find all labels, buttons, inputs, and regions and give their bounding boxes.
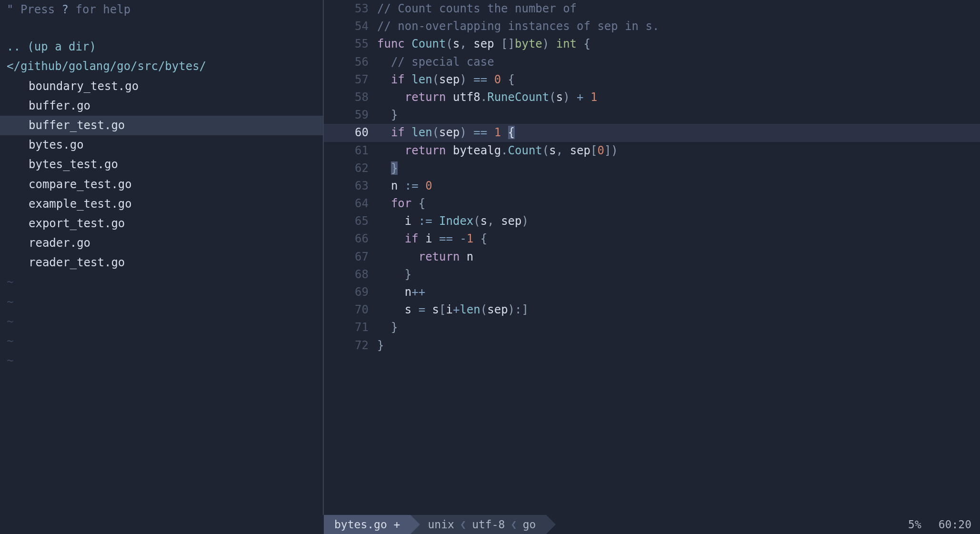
code-content[interactable]: } xyxy=(377,160,980,177)
code-content[interactable]: s = s[i+len(sep):] xyxy=(377,301,980,319)
status-position: 5% 60:20 xyxy=(900,515,980,534)
line-number: 64 xyxy=(324,195,377,212)
code-content[interactable]: i := Index(s, sep) xyxy=(377,212,980,230)
code-line[interactable]: 67 return n xyxy=(324,248,980,266)
line-number: 65 xyxy=(324,212,377,230)
line-number: 58 xyxy=(324,89,377,106)
code-area[interactable]: 53// Count counts the number of54// non-… xyxy=(324,0,980,515)
empty-line-tilde: ~ xyxy=(0,351,323,371)
empty-line-tilde: ~ xyxy=(0,312,323,332)
empty-line-tilde: ~ xyxy=(0,332,323,351)
code-content[interactable]: func Count(s, sep []byte) int { xyxy=(377,35,980,53)
file-tree-sidebar: " Press ? for help .. (up a dir) </githu… xyxy=(0,0,324,515)
code-content[interactable]: // Count counts the number of xyxy=(377,0,980,18)
code-line[interactable]: 64 for { xyxy=(324,195,980,212)
code-content[interactable]: } xyxy=(377,337,980,354)
file-item[interactable]: export_test.go xyxy=(0,214,323,233)
status-filename: bytes.go + xyxy=(324,515,410,534)
code-line[interactable]: 53// Count counts the number of xyxy=(324,0,980,18)
help-key: ? xyxy=(62,3,69,16)
code-line[interactable]: 59 } xyxy=(324,106,980,124)
empty-line-tilde: ~ xyxy=(0,292,323,312)
line-number: 55 xyxy=(324,35,377,53)
code-line[interactable]: 58 return utf8.RuneCount(s) + 1 xyxy=(324,89,980,106)
file-item[interactable]: buffer.go xyxy=(0,96,323,116)
status-encoding: utf-8 xyxy=(472,515,505,534)
code-content[interactable]: n++ xyxy=(377,283,980,301)
line-number: 56 xyxy=(324,53,377,71)
file-item[interactable]: boundary_test.go xyxy=(0,77,323,96)
line-number: 71 xyxy=(324,319,377,336)
code-content[interactable]: // special case xyxy=(377,53,980,71)
code-line[interactable]: 70 s = s[i+len(sep):] xyxy=(324,301,980,319)
code-content[interactable]: return bytealg.Count(s, sep[0]) xyxy=(377,142,980,160)
help-suffix: for help xyxy=(69,3,130,16)
file-item[interactable]: buffer_test.go xyxy=(0,116,323,135)
line-number: 54 xyxy=(324,18,377,35)
file-item[interactable]: bytes_test.go xyxy=(0,155,323,174)
help-prefix: " Press xyxy=(7,3,62,16)
code-line[interactable]: 68 } xyxy=(324,266,980,283)
code-line[interactable]: 61 return bytealg.Count(s, sep[0]) xyxy=(324,142,980,160)
separator-icon: ❮ xyxy=(454,515,472,534)
code-content[interactable]: return utf8.RuneCount(s) + 1 xyxy=(377,89,980,106)
code-content[interactable]: // non-overlapping instances of sep in s… xyxy=(377,18,980,35)
status-percent: 5% xyxy=(900,515,930,534)
code-content[interactable]: return n xyxy=(377,248,980,266)
line-number: 62 xyxy=(324,160,377,177)
code-content[interactable]: if i == -1 { xyxy=(377,230,980,248)
code-line[interactable]: 63 n := 0 xyxy=(324,177,980,195)
line-number: 61 xyxy=(324,142,377,160)
code-line[interactable]: 55func Count(s, sep []byte) int { xyxy=(324,35,980,53)
line-number: 70 xyxy=(324,301,377,319)
line-number: 69 xyxy=(324,283,377,301)
line-number: 68 xyxy=(324,266,377,283)
help-hint: " Press ? for help xyxy=(0,0,323,20)
current-path[interactable]: </github/golang/go/src/bytes/ xyxy=(0,57,323,76)
code-content[interactable]: } xyxy=(377,106,980,124)
status-filetype: go xyxy=(523,515,536,534)
line-number: 53 xyxy=(324,0,377,18)
line-number: 67 xyxy=(324,248,377,266)
code-line[interactable]: 57 if len(sep) == 0 { xyxy=(324,71,980,89)
separator-icon: ❮ xyxy=(505,515,522,534)
empty-line-tilde: ~ xyxy=(0,272,323,292)
file-item[interactable]: reader_test.go xyxy=(0,253,323,272)
code-content[interactable]: } xyxy=(377,266,980,283)
file-item[interactable]: reader.go xyxy=(0,233,323,253)
code-content[interactable]: n := 0 xyxy=(377,177,980,195)
code-line[interactable]: 62 } xyxy=(324,160,980,177)
file-list: boundary_test.gobuffer.gobuffer_test.gob… xyxy=(0,77,323,273)
status-file-info: unix ❮ utf-8 ❮ go xyxy=(410,515,546,534)
code-line[interactable]: 72} xyxy=(324,337,980,354)
code-line[interactable]: 60 if len(sep) == 1 { xyxy=(324,124,980,141)
up-a-dir[interactable]: .. (up a dir) xyxy=(0,37,323,57)
line-number: 63 xyxy=(324,177,377,195)
status-line-col: 60:20 xyxy=(930,515,980,534)
code-content[interactable]: } xyxy=(377,319,980,336)
code-editor[interactable]: 53// Count counts the number of54// non-… xyxy=(324,0,980,515)
file-item[interactable]: bytes.go xyxy=(0,135,323,155)
code-line[interactable]: 66 if i == -1 { xyxy=(324,230,980,248)
code-content[interactable]: if len(sep) == 1 { xyxy=(377,124,980,141)
line-number: 72 xyxy=(324,337,377,354)
file-item[interactable]: example_test.go xyxy=(0,194,323,214)
code-line[interactable]: 54// non-overlapping instances of sep in… xyxy=(324,18,980,35)
status-bar: bytes.go + unix ❮ utf-8 ❮ go 5% 60:20 xyxy=(324,515,980,534)
code-line[interactable]: 69 n++ xyxy=(324,283,980,301)
line-number: 66 xyxy=(324,230,377,248)
line-number: 59 xyxy=(324,106,377,124)
line-number: 57 xyxy=(324,71,377,89)
file-item[interactable]: compare_test.go xyxy=(0,175,323,194)
code-line[interactable]: 65 i := Index(s, sep) xyxy=(324,212,980,230)
code-content[interactable]: for { xyxy=(377,195,980,212)
line-number: 60 xyxy=(324,124,377,141)
code-line[interactable]: 71 } xyxy=(324,319,980,336)
code-line[interactable]: 56 // special case xyxy=(324,53,980,71)
code-content[interactable]: if len(sep) == 0 { xyxy=(377,71,980,89)
status-fileformat: unix xyxy=(428,515,454,534)
